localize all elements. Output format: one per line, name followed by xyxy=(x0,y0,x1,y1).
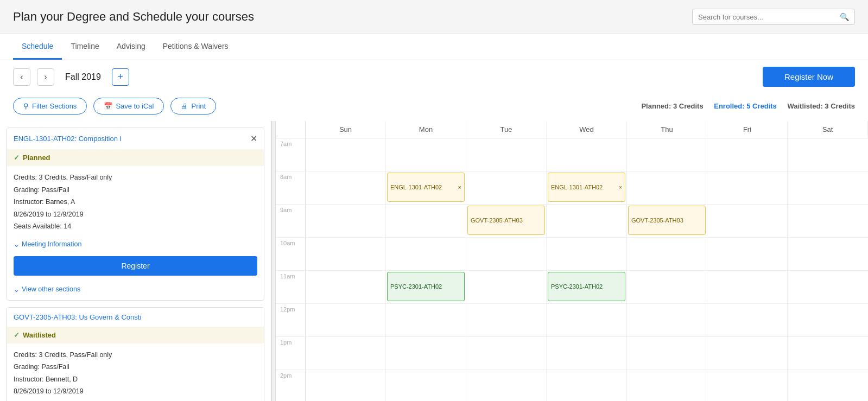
save-ical-button[interactable]: 📅 Save to iCal xyxy=(93,98,164,114)
block-link-engl-mon[interactable]: ENGL-1301-ATH02 xyxy=(390,184,442,190)
cal-cell-2pm-d1 xyxy=(386,370,466,401)
cal-cell-11am-d1: PSYC-2301-ATH02 xyxy=(386,271,466,303)
enrolled-value: 5 Credits xyxy=(746,102,777,110)
cal-cell-2pm-d2 xyxy=(466,370,547,401)
tab-timeline[interactable]: Timeline xyxy=(62,34,107,60)
calendar-grid: Sun Mon Tue Wed Thu Fri Sat 7am8amENGL-1… xyxy=(276,121,868,401)
cal-cell-11am-d4 xyxy=(627,271,707,303)
grading-govt: Grading: Pass/Fail xyxy=(14,361,257,373)
print-icon: 🖨 xyxy=(181,102,188,110)
cal-cell-10am-d5 xyxy=(707,238,788,270)
time-row-2pm: 2pm xyxy=(276,370,868,401)
cal-cell-8am-d2 xyxy=(466,171,547,204)
add-semester-button[interactable]: + xyxy=(112,68,129,86)
course-block-psyc-mon[interactable]: PSYC-2301-ATH02 xyxy=(387,272,465,301)
cal-cell-11am-d3: PSYC-2301-ATH02 xyxy=(547,271,627,303)
next-semester-button[interactable]: › xyxy=(37,68,54,86)
course-list-panel: ENGL-1301-ATH02: Composition I ✕ ✓ Plann… xyxy=(0,121,271,401)
block-link-engl-wed[interactable]: ENGL-1301-ATH02 xyxy=(551,184,603,190)
chevron-down-icon-engl: ⌄ xyxy=(14,240,20,249)
time-label-12pm: 12pm xyxy=(276,304,306,336)
course-details-engl: Credits: 3 Credits, Pass/Fail only Gradi… xyxy=(7,166,264,238)
view-sections-link-engl[interactable]: ⌄ View other sections xyxy=(7,281,264,300)
header-wed: Wed xyxy=(547,121,627,138)
print-button[interactable]: 🖨 Print xyxy=(170,98,216,114)
cal-cell-11am-d2 xyxy=(466,271,547,303)
main-content: ENGL-1301-ATH02: Composition I ✕ ✓ Plann… xyxy=(0,121,868,401)
block-link-govt-thu[interactable]: GOVT-2305-ATH03 xyxy=(631,217,683,224)
calendar-header: Sun Mon Tue Wed Thu Fri Sat xyxy=(276,121,868,138)
cal-cell-10am-d2 xyxy=(466,238,547,270)
block-link-govt-tue[interactable]: GOVT-2305-ATH03 xyxy=(471,217,523,224)
cal-cell-7am-d1 xyxy=(386,138,466,171)
calendar-body: 7am8amENGL-1301-ATH02×ENGL-1301-ATH02×9a… xyxy=(276,138,868,401)
course-block-engl-wed[interactable]: ENGL-1301-ATH02× xyxy=(548,173,625,202)
time-row-1pm: 1pm xyxy=(276,337,868,370)
close-course-engl-button[interactable]: ✕ xyxy=(250,133,257,144)
course-block-psyc-wed[interactable]: PSYC-2301-ATH02 xyxy=(548,272,625,301)
course-card-header-govt: GOVT-2305-ATH03: Us Govern & Consti xyxy=(7,308,264,327)
cal-cell-9am-d1 xyxy=(386,205,466,237)
cal-cell-9am-d5 xyxy=(707,205,788,237)
course-block-govt-thu[interactable]: GOVT-2305-ATH03 xyxy=(628,206,706,235)
cal-cell-9am-d0 xyxy=(306,205,386,237)
time-col-header xyxy=(276,121,306,138)
time-label-11am: 11am xyxy=(276,271,306,303)
calendar-panel: Sun Mon Tue Wed Thu Fri Sat 7am8amENGL-1… xyxy=(276,121,868,401)
cal-cell-11am-d5 xyxy=(707,271,788,303)
calendar-icon: 📅 xyxy=(104,102,112,110)
header-fri: Fri xyxy=(707,121,788,138)
tab-schedule[interactable]: Schedule xyxy=(13,34,62,60)
cal-cell-12pm-d0 xyxy=(306,304,386,336)
tab-petitions[interactable]: Petitions & Waivers xyxy=(154,34,237,60)
search-input[interactable] xyxy=(698,13,840,21)
cal-cell-8am-d4 xyxy=(627,171,707,204)
course-link-govt[interactable]: GOVT-2305-ATH03: Us Govern & Consti xyxy=(14,313,141,321)
header-thu: Thu xyxy=(627,121,707,138)
meeting-info-link-engl[interactable]: ⌄ Meeting Information xyxy=(14,240,257,249)
cal-cell-2pm-d0 xyxy=(306,370,386,401)
cal-cell-7am-d6 xyxy=(788,138,868,171)
cal-cell-9am-d2: GOVT-2305-ATH03 xyxy=(466,205,547,237)
status-label-govt: Waitlisted xyxy=(23,331,56,339)
course-block-govt-tue[interactable]: GOVT-2305-ATH03 xyxy=(467,206,545,235)
tab-advising[interactable]: Advising xyxy=(108,34,154,60)
course-block-engl-mon[interactable]: ENGL-1301-ATH02× xyxy=(387,173,465,202)
status-bar-engl: ✓ Planned xyxy=(7,149,264,166)
cal-cell-1pm-d5 xyxy=(707,337,788,370)
cal-cell-12pm-d4 xyxy=(627,304,707,336)
planned-label: Planned: xyxy=(641,102,671,110)
cal-cell-1pm-d1 xyxy=(386,337,466,370)
time-row-11am: 11amPSYC-2301-ATH02PSYC-2301-ATH02 xyxy=(276,271,868,304)
credit-summary: Planned: 3 Credits Enrolled: 5 Credits W… xyxy=(641,102,855,110)
status-label-engl: Planned xyxy=(23,154,50,162)
block-link-psyc-wed[interactable]: PSYC-2301-ATH02 xyxy=(551,283,603,290)
cal-cell-2pm-d5 xyxy=(707,370,788,401)
block-close-engl-mon[interactable]: × xyxy=(458,184,461,190)
cal-cell-10am-d1 xyxy=(386,238,466,270)
seats-govt: Seats Available: 1 xyxy=(14,398,257,402)
chevron-down-icon2-engl: ⌄ xyxy=(14,285,20,294)
register-button-engl[interactable]: Register xyxy=(14,256,257,276)
cal-cell-7am-d4 xyxy=(627,138,707,171)
block-link-psyc-mon[interactable]: PSYC-2301-ATH02 xyxy=(390,283,442,290)
instructor-engl: Instructor: Barnes, A xyxy=(14,196,257,208)
planned-value: 3 Credits xyxy=(673,102,704,110)
register-now-button[interactable]: Register Now xyxy=(763,67,855,87)
time-label-10am: 10am xyxy=(276,238,306,270)
time-label-9am: 9am xyxy=(276,205,306,237)
time-row-10am: 10am xyxy=(276,238,868,271)
course-link-engl[interactable]: ENGL-1301-ATH02: Composition I xyxy=(14,135,122,143)
prev-semester-button[interactable]: ‹ xyxy=(13,68,30,86)
block-close-engl-wed[interactable]: × xyxy=(619,184,622,190)
time-label-2pm: 2pm xyxy=(276,370,306,401)
enrolled-label: Enrolled: xyxy=(714,102,744,110)
seats-engl: Seats Available: 14 xyxy=(14,220,257,233)
cal-cell-7am-d0 xyxy=(306,138,386,171)
cal-cell-7am-d3 xyxy=(547,138,627,171)
filter-sections-button[interactable]: ⚲ Filter Sections xyxy=(13,98,87,114)
cal-cell-10am-d4 xyxy=(627,238,707,270)
cal-cell-11am-d6 xyxy=(788,271,868,303)
dates-engl: 8/26/2019 to 12/9/2019 xyxy=(14,208,257,221)
action-bar: ⚲ Filter Sections 📅 Save to iCal 🖨 Print… xyxy=(0,93,868,121)
